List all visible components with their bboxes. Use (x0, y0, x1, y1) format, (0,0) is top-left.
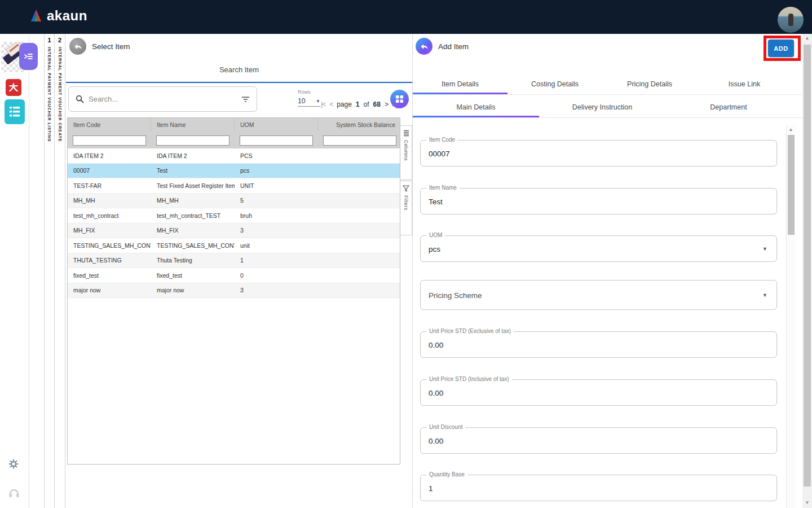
scrollbar-thumb[interactable] (804, 45, 811, 487)
table-row-selected[interactable]: 00007 Test pcs (68, 164, 400, 179)
filter-list-icon[interactable] (241, 96, 250, 103)
tab-costing-details[interactable]: Costing Details (508, 73, 602, 94)
field-placeholder: Pricing Scheme (429, 291, 482, 299)
tab-department[interactable]: Department (665, 97, 792, 117)
item-name-field[interactable]: Item Name Test (420, 188, 777, 214)
scroll-down-arrow[interactable]: ▼ (802, 498, 812, 507)
add-button[interactable]: ADD (768, 40, 794, 57)
column-header-item-code[interactable]: Item Code (68, 118, 151, 132)
field-value: 0.00 (429, 340, 443, 349)
akaun-triangle-icon (29, 9, 43, 23)
listing-app-icon[interactable] (5, 99, 25, 124)
rows-value: 10 (298, 97, 305, 105)
filter-input-uom[interactable] (240, 135, 313, 146)
tab-item-details[interactable]: Item Details (413, 73, 508, 94)
cell-item-code: fixed_test (68, 272, 151, 279)
field-label: Item Name (426, 185, 460, 191)
tab-delivery-instruction[interactable]: Delivery Instruction (539, 97, 665, 117)
foxit-app-icon[interactable] (6, 79, 21, 96)
field-value: pcs (429, 244, 440, 253)
table-row[interactable]: fixed_test fixed_test 0 (68, 268, 400, 283)
tab-number: 1 (45, 37, 54, 43)
scrollbar-thumb[interactable] (788, 135, 795, 235)
form-scrollbar[interactable]: ▲ ▼ (786, 125, 795, 508)
field-label: Unit Price STD (Inclusive of tax) (426, 376, 512, 382)
search-input[interactable] (89, 95, 237, 103)
table-row[interactable]: IDA ITEM 2 IDA ITEM 2 PCS (68, 148, 400, 164)
unit-discount-field[interactable]: Unit Discount 0.00 (420, 427, 777, 454)
cell-uom: 1 (235, 257, 318, 264)
cell-item-name: IDA ITEM 2 (151, 152, 235, 159)
cell-uom: 0 (235, 272, 318, 279)
column-header-uom[interactable]: UOM (235, 118, 318, 132)
column-header-system-stock-balance[interactable]: System Stock Balance (318, 118, 400, 132)
columns-button[interactable]: Columns (400, 125, 412, 180)
workspace-tab-internal-payment-voucher-listing[interactable]: 1 INTERNAL PAYMENT VOUCHER LISTING (44, 34, 55, 508)
cell-item-code: TESTING_SALES_MH_CONTRACT (68, 242, 151, 249)
support-headset-icon[interactable] (8, 488, 20, 498)
cell-uom: bruh (235, 212, 318, 219)
akaun-logo: akaun (29, 8, 87, 24)
filter-input-item-code[interactable] (73, 135, 146, 146)
table-row[interactable]: TEST-FAR Test Fixed Asset Register Item … (68, 178, 400, 194)
pricing-scheme-select-field[interactable]: Pricing Scheme ▼ (420, 280, 777, 310)
table-row[interactable]: test_mh_contract test_mh_contract_TEST b… (68, 208, 400, 224)
cell-item-name: MH_FIX (151, 227, 235, 234)
table-row[interactable]: TESTING_SALES_MH_CONTRACT TESTING_SALES_… (68, 238, 400, 253)
field-label: Item Code (426, 137, 458, 143)
tab-issue-link[interactable]: Issue Link (697, 73, 792, 94)
tab-main-details[interactable]: Main Details (413, 97, 539, 117)
grid-view-button[interactable] (390, 90, 409, 108)
cell-item-name: Thuta Testing (151, 257, 235, 264)
scroll-up-arrow[interactable]: ▲ (787, 125, 795, 134)
back-button[interactable] (69, 38, 86, 55)
chevron-down-icon: ▼ (762, 292, 767, 298)
first-page-button[interactable]: |< (321, 100, 325, 108)
cell-item-code: IDA ITEM 2 (68, 152, 151, 159)
uom-select-field[interactable]: UOM pcs ▼ (420, 235, 777, 262)
cell-uom: UNIT (235, 182, 318, 189)
next-page-button[interactable]: > (385, 100, 388, 108)
tab-pricing-details[interactable]: Pricing Details (602, 73, 697, 94)
page-scrollbar[interactable]: ▲ ▼ (802, 34, 812, 508)
workspace-tab-internal-payment-voucher-create[interactable]: 2 INTERNAL PAYMENT VOUCHER CREATE (55, 34, 65, 508)
prev-page-button[interactable]: < (329, 100, 333, 108)
user-avatar[interactable] (778, 7, 804, 33)
quantity-base-field[interactable]: Quantity Base 1 (420, 475, 777, 501)
back-button[interactable] (416, 38, 433, 55)
cell-item-code: THUTA_TESTING (68, 257, 151, 264)
table-row[interactable]: THUTA_TESTING Thuta Testing 1 (68, 253, 400, 269)
unit-price-std-exclusive-field[interactable]: Unit Price STD (Exclusive of tax) 0.00 (420, 331, 777, 358)
table-row[interactable]: MH_FIX MH_FIX 3 (68, 224, 400, 239)
table-row[interactable]: major now major now 3 (68, 283, 400, 299)
total-pages: 68 (373, 100, 381, 108)
table-filter-row (68, 132, 400, 148)
item-code-field[interactable]: Item Code 00007 (420, 140, 777, 167)
cell-item-code: MH_FIX (68, 227, 151, 234)
filter-input-system-stock-balance[interactable] (323, 135, 396, 146)
secondary-tabs: Main Details Delivery Instruction Depart… (413, 97, 792, 117)
cell-uom: 5 (235, 197, 318, 204)
top-bar: akaun (0, 0, 812, 34)
back-arrow-icon (74, 43, 82, 50)
table-row[interactable]: MH_MH MH_MH 5 (68, 194, 400, 209)
add-item-panel: Add Item ADD Item Details Costing Detail… (413, 34, 812, 508)
cell-item-name: Test Fixed Asset Register Item Co... (151, 182, 235, 189)
unit-price-std-inclusive-field[interactable]: Unit Price STD (Inclusive of tax) 0.00 (420, 379, 777, 406)
filters-button[interactable]: Filters (400, 181, 412, 235)
settings-gear-icon[interactable] (8, 459, 19, 469)
column-header-item-name[interactable]: Item Name (151, 118, 235, 132)
active-app-menu-icon[interactable] (19, 43, 38, 70)
playlist-icon (24, 52, 33, 61)
pagination: |< < page 1 of 68 > >| (321, 100, 396, 108)
rows-per-page-select[interactable]: 10 ▼ (298, 97, 320, 107)
scroll-up-arrow[interactable]: ▲ (802, 34, 812, 42)
filter-input-item-name[interactable] (156, 135, 230, 146)
app-rail (0, 34, 29, 508)
columns-icon (403, 130, 409, 137)
cell-item-code: test_mh_contract (68, 212, 151, 219)
panel-title: Add Item (438, 42, 469, 51)
panel-title: Select Item (92, 42, 130, 51)
tabs-divider (413, 94, 812, 95)
search-box (68, 86, 257, 112)
